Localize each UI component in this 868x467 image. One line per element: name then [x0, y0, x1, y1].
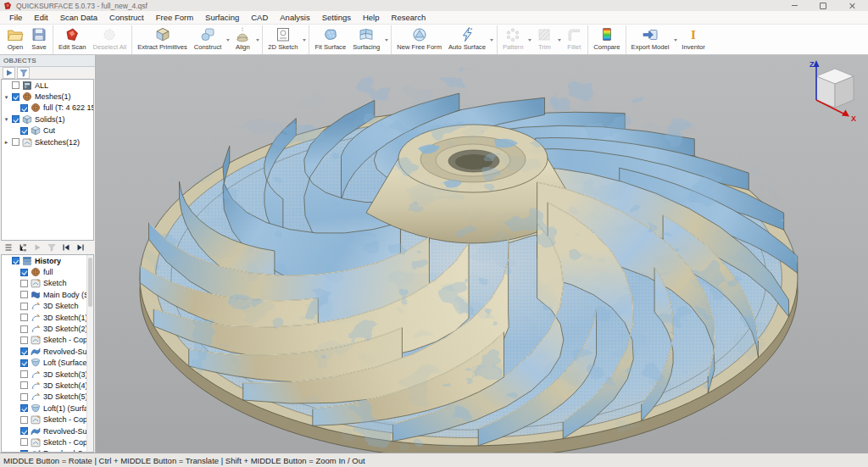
- export-model-button[interactable]: Export Model: [628, 25, 673, 54]
- minimize-button[interactable]: [790, 2, 798, 10]
- 2d-sketch-button[interactable]: 2D Sketch: [264, 25, 301, 54]
- tree-item[interactable]: 3D Sketch(2): [2, 323, 93, 334]
- tree-item[interactable]: Sketch - Copy - Copy: [2, 436, 93, 448]
- visibility-checkbox[interactable]: [20, 347, 28, 355]
- extract-primitives-button[interactable]: Extract Primitives: [134, 25, 191, 54]
- visibility-checkbox[interactable]: [20, 280, 28, 287]
- visibility-checkbox[interactable]: [20, 427, 28, 435]
- tree-item[interactable]: Cut: [2, 125, 93, 136]
- surfacing-button[interactable]: Surfacing: [349, 25, 383, 54]
- visibility-checkbox[interactable]: [20, 438, 28, 446]
- tree-item[interactable]: 3D Sketch(4): [2, 380, 93, 391]
- tree-item[interactable]: Sketch - Copy: [2, 335, 93, 346]
- menu-free-form[interactable]: Free Form: [150, 13, 199, 22]
- surfacing-dropdown[interactable]: [383, 25, 389, 54]
- visibility-checkbox[interactable]: [20, 291, 28, 298]
- visibility-checkbox[interactable]: [20, 393, 28, 401]
- scrollbar[interactable]: [86, 255, 93, 452]
- construct-button[interactable]: Construct: [191, 25, 225, 54]
- visibility-checkbox[interactable]: [20, 104, 28, 112]
- tree-item[interactable]: ▾Meshes(1): [2, 91, 93, 102]
- visibility-checkbox[interactable]: [20, 314, 28, 321]
- edit-scan-button[interactable]: Edit Scan: [55, 25, 90, 54]
- expander-icon[interactable]: ▸: [3, 136, 9, 147]
- tree-item[interactable]: 3D Sketch: [2, 301, 93, 312]
- visibility-checkbox[interactable]: [12, 81, 19, 89]
- 3d-viewport[interactable]: ZX: [96, 55, 868, 453]
- expander-icon[interactable]: ▾: [3, 114, 9, 125]
- inventor-button[interactable]: IInventor: [678, 25, 708, 54]
- menu-analysis[interactable]: Analysis: [274, 13, 315, 22]
- align-dropdown[interactable]: [254, 25, 260, 54]
- 2d-sketch-dropdown[interactable]: [301, 25, 307, 54]
- tree-item[interactable]: 3D Sketch(1): [2, 312, 93, 323]
- construct-dropdown[interactable]: [225, 25, 231, 54]
- visibility-checkbox[interactable]: [20, 303, 28, 310]
- visibility-checkbox[interactable]: [12, 138, 19, 146]
- tree-item[interactable]: Sketch - Copy(1) - Cop: [2, 414, 93, 425]
- visibility-checkbox[interactable]: [12, 93, 19, 101]
- visibility-checkbox[interactable]: [20, 336, 28, 344]
- tree-item[interactable]: Main Body (Solid Body: [2, 289, 93, 300]
- visibility-checkbox[interactable]: [20, 127, 28, 135]
- auto-surface-button[interactable]: Auto Surface: [445, 25, 489, 54]
- visibility-checkbox[interactable]: [20, 404, 28, 412]
- close-button[interactable]: [848, 2, 856, 10]
- tree-item[interactable]: ALL: [2, 80, 93, 91]
- menu-cad[interactable]: CAD: [245, 13, 274, 22]
- menu-help[interactable]: Help: [357, 13, 386, 22]
- visibility-checkbox[interactable]: [12, 257, 19, 264]
- tree-item[interactable]: History: [2, 255, 93, 266]
- tree-item[interactable]: Sketch: [2, 278, 93, 289]
- jump-last-button[interactable]: [74, 242, 86, 253]
- toolbar-button-label: Compare: [593, 43, 620, 51]
- visibility-checkbox[interactable]: [20, 359, 28, 367]
- toolbar-button-label: Edit Scan: [58, 43, 86, 51]
- menu-surfacing[interactable]: Surfacing: [199, 13, 245, 22]
- menu-scan-data[interactable]: Scan Data: [54, 13, 103, 22]
- menu-settings[interactable]: Settings: [316, 13, 357, 22]
- tree-item[interactable]: 3D Sketch(5): [2, 392, 93, 403]
- save-button[interactable]: Save: [27, 25, 51, 54]
- visibility-checkbox[interactable]: [20, 381, 28, 389]
- tree-item[interactable]: Loft(1) (Surface Body): [2, 403, 93, 414]
- svg-text:I: I: [691, 28, 696, 42]
- list-view-button[interactable]: [2, 242, 14, 253]
- tree-item-label: 3D Sketch(4): [43, 381, 88, 390]
- tree-view-button[interactable]: [16, 242, 29, 253]
- maximize-button[interactable]: [819, 2, 827, 10]
- fit-surface-button[interactable]: Fit Surface: [311, 25, 349, 54]
- visibility-checkbox[interactable]: [20, 416, 28, 424]
- expander-icon[interactable]: ▾: [3, 92, 9, 103]
- open-button[interactable]: Open: [3, 25, 27, 54]
- isolate-button[interactable]: [3, 67, 15, 79]
- scrollbar-thumb[interactable]: [88, 258, 92, 307]
- tree-item[interactable]: Revolved-Surface(3) (S: [2, 425, 93, 436]
- menu-edit[interactable]: Edit: [28, 13, 53, 22]
- align-button[interactable]: Align: [231, 25, 254, 54]
- menu-construct[interactable]: Construct: [103, 13, 150, 22]
- auto-surface-dropdown[interactable]: [489, 25, 495, 54]
- visibility-checkbox[interactable]: [20, 370, 28, 378]
- menu-research[interactable]: Research: [386, 13, 432, 22]
- tree-item[interactable]: Revolved-Surface(4) (S: [2, 448, 93, 453]
- tree-item[interactable]: full (T: 4 622 158): [2, 103, 93, 114]
- tree-item[interactable]: Revolved-Surface(1) (S: [2, 346, 93, 357]
- filter-button[interactable]: [17, 67, 30, 79]
- tree-item[interactable]: Loft (Surface Body): [2, 358, 93, 369]
- viewport-canvas[interactable]: ZX: [96, 55, 868, 453]
- visibility-checkbox[interactable]: [20, 450, 28, 453]
- tree-item[interactable]: ▸Sketches(12): [2, 136, 93, 147]
- tree-item[interactable]: full: [2, 266, 93, 277]
- visibility-checkbox[interactable]: [20, 325, 28, 333]
- compare-button[interactable]: Compare: [590, 25, 623, 54]
- menu-file[interactable]: File: [3, 13, 28, 22]
- view-cube[interactable]: ZX: [810, 60, 856, 123]
- new-free-form-button[interactable]: New Free Form: [393, 25, 445, 54]
- export-model-dropdown[interactable]: [672, 25, 678, 54]
- visibility-checkbox[interactable]: [20, 269, 28, 276]
- tree-item[interactable]: ▾Solids(1): [2, 114, 93, 125]
- visibility-checkbox[interactable]: [12, 115, 19, 123]
- tree-item[interactable]: 3D Sketch(3): [2, 369, 93, 380]
- jump-first-button[interactable]: [59, 242, 72, 253]
